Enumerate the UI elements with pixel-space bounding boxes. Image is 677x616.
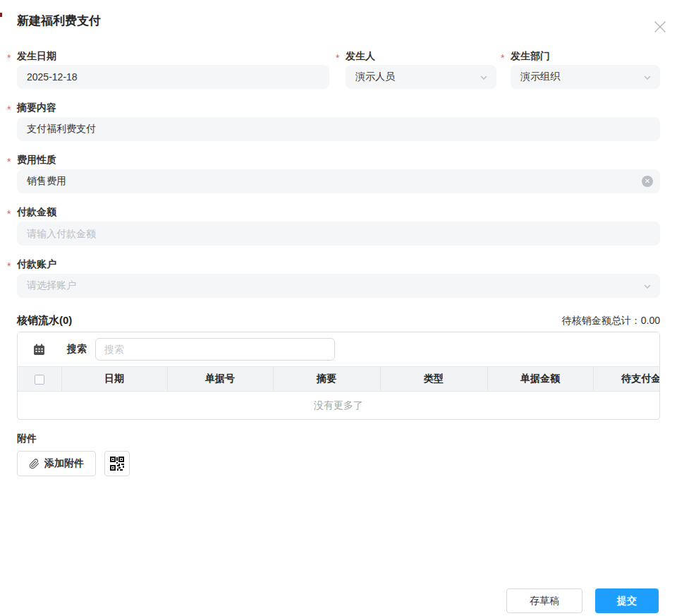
search-label: 搜索 (67, 343, 87, 356)
chevron-down-icon (643, 282, 652, 293)
required-mark: * (7, 102, 11, 116)
date-filter-button[interactable] (32, 342, 46, 356)
column-header-doc-no: 单据号 (167, 367, 273, 391)
close-icon (654, 20, 666, 33)
required-mark: * (7, 207, 11, 221)
department-value: 演示组织 (520, 71, 560, 83)
verification-table: 日期 单据号 摘要 类型 单据金额 待支付金额 (18, 366, 659, 391)
qr-code-icon (110, 457, 124, 471)
verification-toolbar: 搜索 (18, 332, 659, 366)
account-select[interactable]: 请选择账户 (17, 274, 660, 298)
amount-label: * 付款金额 (17, 205, 660, 219)
required-mark: * (7, 259, 11, 273)
date-field[interactable]: 2025-12-18 (17, 65, 329, 89)
attachments-label: 附件 (17, 431, 660, 445)
chevron-down-icon (643, 73, 652, 84)
required-mark: * (7, 155, 11, 169)
save-draft-button[interactable]: 存草稿 (506, 588, 583, 613)
summary-input[interactable] (17, 117, 660, 141)
close-button[interactable] (652, 18, 669, 35)
date-label: * 发生日期 (17, 49, 329, 63)
expense-nature-label: * 费用性质 (17, 152, 660, 167)
table-empty-state: 没有更多了 (18, 391, 659, 419)
submit-button[interactable]: 提交 (595, 588, 659, 613)
corner-artifact (0, 13, 2, 17)
column-header-date: 日期 (61, 367, 167, 391)
select-all-checkbox[interactable] (35, 375, 44, 385)
attachments-row: 添加附件 (17, 451, 660, 476)
chevron-down-icon (480, 73, 488, 84)
calendar-icon (33, 344, 45, 356)
verification-total-value: 0.00 (641, 315, 660, 326)
select-all-cell (18, 367, 61, 391)
person-label: * 发生人 (346, 49, 496, 63)
date-value: 2025-12-18 (27, 71, 78, 83)
column-header-pending-amount: 待支付金额 (593, 367, 659, 391)
column-header-doc-amount: 单据金额 (487, 367, 593, 391)
expense-nature-field[interactable]: 销售费用 ✕ (17, 169, 660, 193)
column-header-summary: 摘要 (273, 367, 380, 391)
verification-total: 待核销金额总计：0.00 (562, 315, 660, 327)
search-input[interactable] (95, 338, 335, 361)
footer-actions: 存草稿 提交 (0, 588, 677, 613)
required-mark: * (501, 51, 504, 65)
page-title: 新建福利费支付 (17, 13, 660, 30)
summary-label: * 摘要内容 (17, 100, 660, 114)
expense-nature-value: 销售费用 (27, 175, 66, 188)
department-label: * 发生部门 (511, 49, 660, 63)
person-value: 演示人员 (355, 71, 395, 83)
form-row-1: * 发生日期 2025-12-18 * 发生人 演示人员 (17, 30, 660, 89)
paperclip-icon (29, 459, 39, 469)
column-header-type: 类型 (380, 367, 487, 391)
person-select[interactable]: 演示人员 (346, 65, 496, 89)
clear-icon[interactable]: ✕ (642, 176, 653, 187)
verification-title: 核销流水(0) (17, 314, 72, 327)
required-mark: * (7, 51, 11, 65)
new-welfare-payment-dialog: 新建福利费支付 * 发生日期 2025-12-18 * 发生人 演示人员 (0, 13, 677, 616)
account-label: * 付款账户 (17, 257, 660, 271)
department-select[interactable]: 演示组织 (511, 65, 660, 89)
qr-upload-button[interactable] (104, 451, 130, 476)
verification-section-header: 核销流水(0) 待核销金额总计：0.00 (17, 312, 660, 327)
account-placeholder: 请选择账户 (27, 279, 76, 292)
required-mark: * (336, 51, 339, 65)
add-attachment-button[interactable]: 添加附件 (17, 451, 96, 476)
amount-input[interactable] (17, 222, 660, 246)
verification-panel: 搜索 日期 单据号 摘要 类型 单据金额 待支 (17, 332, 660, 420)
